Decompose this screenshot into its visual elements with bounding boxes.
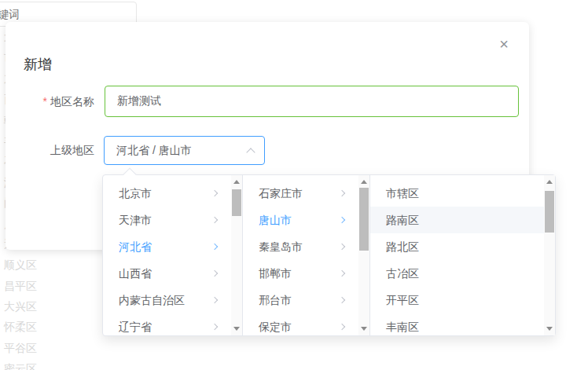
cascader-option[interactable]: 市辖区 [370, 180, 544, 207]
cascader-option[interactable]: 丰南区 [370, 313, 544, 335]
parent-region-label: 上级地区 [16, 135, 94, 165]
cascader-panel-provinces: 北京市天津市河北省山西省内蒙古自治区辽宁省 [103, 175, 243, 335]
cascader-option[interactable]: 河北省 [103, 233, 231, 260]
chevron-right-icon [339, 190, 345, 196]
cascader-option[interactable]: 路北区 [370, 233, 544, 260]
cascader-option[interactable]: 古冶区 [370, 260, 544, 287]
close-icon: × [499, 35, 509, 53]
background-list-item: 大兴区 [4, 296, 98, 317]
cascader-option[interactable]: 天津市 [103, 207, 231, 233]
scroll-up-button[interactable] [358, 177, 369, 188]
cascader-option[interactable]: 石家庄市 [243, 180, 358, 207]
cascader-option[interactable]: 邢台市 [243, 287, 358, 313]
chevron-right-icon [211, 270, 218, 277]
cascader-option[interactable]: 山西省 [103, 260, 231, 287]
scroll-up-button[interactable] [544, 177, 555, 188]
cascader-panel-districts: 市辖区路南区路北区古冶区开平区丰南区 [370, 175, 555, 335]
required-asterisk: * [43, 95, 47, 108]
close-button[interactable]: × [494, 35, 513, 53]
scrollbar[interactable] [358, 175, 369, 335]
scrollbar-thumb[interactable] [545, 191, 554, 233]
scroll-down-button[interactable] [544, 323, 555, 334]
chevron-right-icon [339, 270, 345, 277]
cascader-option[interactable]: 邯郸市 [243, 260, 358, 287]
scroll-down-button[interactable] [231, 323, 242, 334]
chevron-right-icon [211, 190, 218, 196]
scrollbar-thumb[interactable] [232, 189, 241, 216]
chevron-right-icon [211, 324, 218, 330]
scrollbar[interactable] [544, 175, 555, 335]
cascader-dropdown: 北京市天津市河北省山西省内蒙古自治区辽宁省 石家庄市唐山市秦皇岛市邯郸市邢台市保… [102, 174, 556, 336]
chevron-right-icon [211, 297, 218, 303]
background-list-item: 昌平区 [4, 276, 98, 296]
cascader-option[interactable]: 北京市 [103, 180, 231, 207]
chevron-right-icon [339, 244, 345, 250]
region-name-label: *地区名称 [16, 86, 94, 117]
background-list-item: 顺义区 [4, 255, 98, 275]
cascader-option[interactable]: 唐山市 [243, 207, 358, 233]
scroll-up-button[interactable] [231, 177, 242, 188]
chevron-right-icon [211, 244, 218, 250]
chevron-right-icon [339, 217, 345, 223]
scroll-down-button[interactable] [358, 323, 369, 334]
region-name-input[interactable] [105, 86, 519, 117]
parent-region-select[interactable]: 河北省 / 唐山市 [104, 136, 265, 165]
background-list-item: 平谷区 [4, 338, 98, 358]
chevron-up-icon [246, 148, 255, 156]
cascader-option[interactable]: 辽宁省 [103, 313, 231, 335]
cascader-option[interactable]: 秦皇岛市 [243, 233, 358, 260]
scrollbar[interactable] [231, 175, 242, 335]
background-list-item: 密云区 [4, 358, 98, 370]
chevron-right-icon [211, 217, 218, 223]
cascader-option[interactable]: 路南区 [370, 207, 544, 233]
cascader-panel-cities: 石家庄市唐山市秦皇岛市邯郸市邢台市保定市 [243, 175, 370, 335]
chevron-right-icon [339, 324, 345, 330]
page: 北京市市辖区东城区西城区朝阳区丰台区石景山区海淀区门头沟区房山区通州区顺义区昌平… [0, 0, 588, 370]
cascader-option[interactable]: 内蒙古自治区 [103, 287, 231, 313]
parent-region-value: 河北省 / 唐山市 [116, 137, 192, 164]
chevron-right-icon [339, 297, 345, 303]
cascader-option[interactable]: 开平区 [370, 287, 544, 313]
background-list-item: 怀柔区 [4, 317, 98, 337]
cascader-option[interactable]: 保定市 [243, 313, 358, 335]
scrollbar-thumb[interactable] [359, 188, 369, 251]
dialog-title: 新增 [24, 55, 52, 74]
